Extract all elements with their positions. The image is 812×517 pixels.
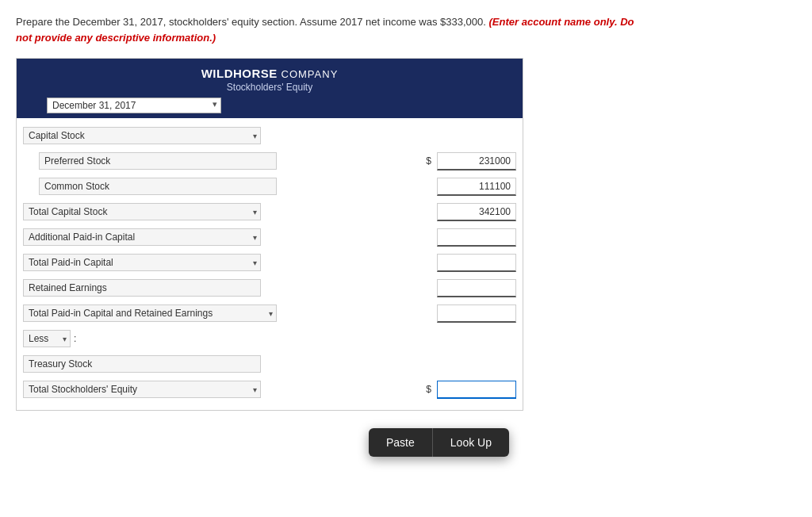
total-capital-select-wrap[interactable]: Total Capital Stock (23, 203, 261, 220)
label-cell-total-capital: Total Capital Stock (23, 203, 285, 220)
preferred-stock-input[interactable] (39, 152, 277, 170)
capital-stock-select[interactable]: Capital Stock (23, 127, 261, 144)
total-paid-retained-value[interactable] (437, 304, 516, 323)
less-wrap: Less : (23, 330, 285, 347)
total-paid-select-wrap[interactable]: Total Paid-in Capital (23, 254, 261, 271)
total-equity-select[interactable]: Total Stockholders' Equity (23, 381, 261, 398)
total-equity-select-wrap[interactable]: Total Stockholders' Equity (23, 381, 261, 398)
dollar-preferred: $ (426, 155, 431, 167)
label-cell-treasury-stock (23, 355, 285, 373)
instruction-text: Prepare the December 31, 2017, stockhold… (16, 16, 486, 28)
treasury-stock-input[interactable] (23, 355, 261, 373)
row-total-equity: Total Stockholders' Equity $ (17, 377, 523, 402)
dollar-total-equity: $ (426, 384, 431, 395)
total-capital-select[interactable]: Total Capital Stock (23, 203, 261, 220)
preferred-stock-value[interactable] (437, 152, 516, 170)
label-cell-less: Less : (23, 330, 285, 347)
common-stock-input[interactable] (39, 178, 277, 195)
total-equity-value[interactable] (437, 381, 516, 399)
additional-paid-select-wrap[interactable]: Additional Paid-in Capital (23, 228, 261, 246)
value-cell-total-capital (437, 203, 516, 221)
row-treasury-stock (17, 351, 523, 377)
capital-stock-select-wrap[interactable]: Capital Stock (23, 127, 261, 144)
row-preferred-stock: $ (17, 148, 523, 174)
value-cell-preferred-stock: $ (426, 152, 516, 170)
label-cell-retained-earnings (23, 279, 285, 297)
label-cell-capital-stock: Capital Stock (23, 127, 285, 144)
total-paid-select[interactable]: Total Paid-in Capital (23, 254, 261, 271)
value-cell-additional-paid (437, 228, 516, 247)
common-stock-value[interactable] (437, 178, 516, 196)
less-select-wrap[interactable]: Less (23, 330, 71, 347)
total-paid-retained-select[interactable]: Total Paid-in Capital and Retained Earni… (23, 304, 277, 322)
value-cell-retained-earnings (437, 279, 516, 297)
equity-body: Capital Stock $ (17, 118, 523, 410)
date-select-wrap[interactable]: December 31, 2017 (47, 98, 221, 113)
date-select[interactable]: December 31, 2017 (47, 98, 221, 113)
row-common-stock (17, 174, 523, 199)
retained-earnings-value[interactable] (437, 279, 516, 297)
total-paid-in-value[interactable] (437, 254, 516, 272)
label-cell-common-stock (39, 178, 301, 195)
row-retained-earnings (17, 275, 523, 301)
instructions: Prepare the December 31, 2017, stockhold… (16, 14, 796, 45)
equity-table: WILDHORSE COMPANY Stockholders' Equity D… (16, 58, 523, 411)
total-paid-retained-wrap[interactable]: Total Paid-in Capital and Retained Earni… (23, 304, 277, 322)
row-total-paid-in: Total Paid-in Capital (17, 250, 523, 275)
paste-button[interactable]: Paste (369, 428, 432, 457)
label-cell-additional-paid: Additional Paid-in Capital (23, 228, 285, 246)
label-cell-preferred-stock (39, 152, 301, 170)
retained-earnings-input[interactable] (23, 279, 261, 297)
table-header: WILDHORSE COMPANY Stockholders' Equity D… (17, 59, 523, 118)
less-select[interactable]: Less (23, 330, 71, 347)
row-total-paid-retained: Total Paid-in Capital and Retained Earni… (17, 301, 523, 326)
row-capital-stock: Capital Stock (17, 123, 523, 148)
value-cell-total-paid-in (437, 254, 516, 272)
row-less: Less : (17, 326, 523, 351)
row-additional-paid-in: Additional Paid-in Capital (17, 224, 523, 250)
row-total-capital-stock: Total Capital Stock (17, 199, 523, 224)
label-cell-total-paid-retained: Total Paid-in Capital and Retained Earni… (23, 304, 285, 322)
table-subtitle: Stockholders' Equity (23, 82, 516, 93)
less-colon: : (74, 333, 76, 344)
label-cell-total-equity: Total Stockholders' Equity (23, 381, 285, 398)
total-capital-value[interactable] (437, 203, 516, 221)
value-cell-common-stock (437, 178, 516, 196)
label-cell-total-paid-in: Total Paid-in Capital (23, 254, 285, 271)
look-up-button[interactable]: Look Up (433, 428, 509, 457)
context-menu: Paste Look Up (369, 428, 509, 457)
company-name: WILDHORSE COMPANY (23, 67, 516, 80)
value-cell-total-paid-retained (437, 304, 516, 323)
additional-paid-value[interactable] (437, 228, 516, 247)
date-row: December 31, 2017 (23, 98, 516, 113)
additional-paid-select[interactable]: Additional Paid-in Capital (23, 228, 261, 246)
value-cell-total-equity: $ (426, 381, 516, 399)
